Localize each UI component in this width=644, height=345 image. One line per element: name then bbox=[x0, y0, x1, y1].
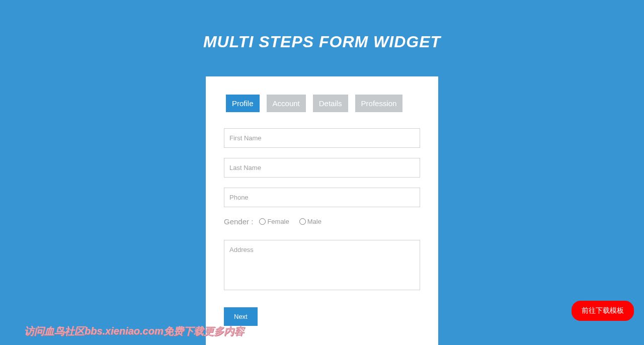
first-name-input[interactable] bbox=[224, 128, 420, 148]
step-tabs: Profile Account Details Profession bbox=[226, 95, 420, 112]
tab-profession[interactable]: Profession bbox=[355, 95, 403, 112]
download-template-button[interactable]: 前往下载模板 bbox=[572, 301, 634, 321]
gender-male-radio[interactable] bbox=[299, 218, 306, 225]
gender-female-group: Female bbox=[259, 218, 294, 225]
last-name-input[interactable] bbox=[224, 158, 420, 178]
gender-male-label: Male bbox=[307, 218, 321, 225]
next-button[interactable]: Next bbox=[224, 307, 258, 326]
watermark-text: 访问血鸟社区bbs.xieniao.com免费下载更多内容 bbox=[24, 324, 244, 338]
tab-details[interactable]: Details bbox=[313, 95, 348, 112]
tab-profile[interactable]: Profile bbox=[226, 95, 260, 112]
gender-row: Gender : Female Male bbox=[224, 217, 420, 226]
gender-female-label: Female bbox=[267, 218, 289, 225]
address-textarea[interactable] bbox=[224, 240, 420, 290]
tab-account[interactable]: Account bbox=[267, 95, 306, 112]
gender-female-radio[interactable] bbox=[259, 218, 266, 225]
gender-male-group: Male bbox=[299, 218, 327, 225]
phone-input[interactable] bbox=[224, 188, 420, 207]
page-title: MULTI STEPS FORM WIDGET bbox=[0, 0, 644, 51]
form-card: Profile Account Details Profession Gende… bbox=[206, 76, 438, 345]
gender-label: Gender : bbox=[224, 217, 253, 226]
